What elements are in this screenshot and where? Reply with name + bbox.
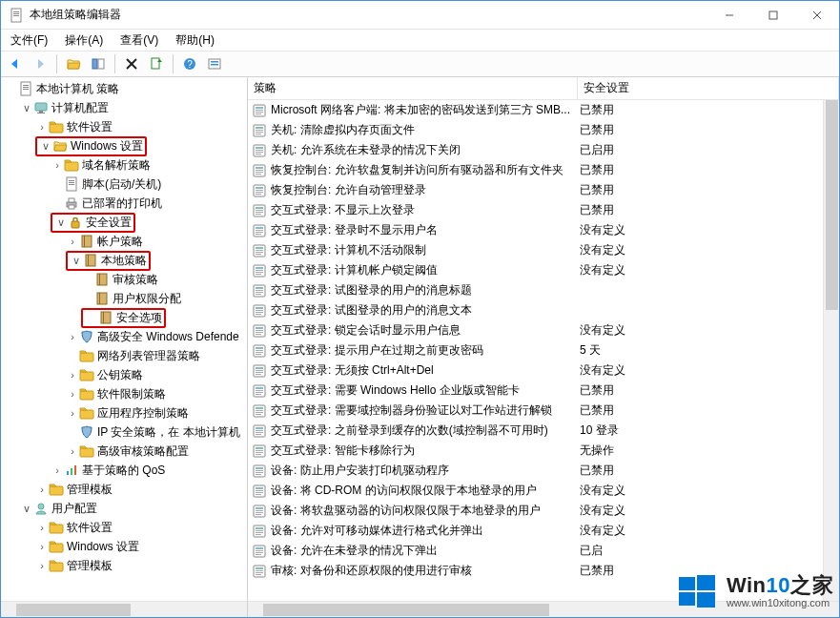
policy-row[interactable]: 恢复控制台: 允许软盘复制并访问所有驱动器和所有文件夹已禁用 xyxy=(248,160,839,180)
tree-deployed-printers[interactable]: 已部署的打印机 xyxy=(3,194,247,213)
tree-defender[interactable]: ›高级安全 Windows Defende xyxy=(3,327,247,346)
tree-label: 计算机配置 xyxy=(51,100,109,116)
tree-qos[interactable]: ›基于策略的 QoS xyxy=(3,461,247,480)
policy-name: 交互式登录: 之前登录到缓存的次数(域控制器不可用时) xyxy=(271,422,548,439)
tree-app-control[interactable]: ›应用程序控制策略 xyxy=(3,403,247,422)
maximize-button[interactable] xyxy=(751,1,795,30)
policy-name: 交互式登录: 无须按 Ctrl+Alt+Del xyxy=(271,362,434,379)
policy-name: 交互式登录: 计算机不活动限制 xyxy=(271,242,426,258)
policy-row[interactable]: 交互式登录: 锁定会话时显示用户信息没有定义 xyxy=(248,320,839,340)
tree-windows-settings[interactable]: ∨Windows 设置 xyxy=(3,136,247,155)
help-button[interactable]: ? xyxy=(179,53,200,74)
folder-icon xyxy=(49,539,64,554)
tree-label: 管理模板 xyxy=(67,482,113,498)
tree-user-rights[interactable]: 用户权限分配 xyxy=(3,289,247,308)
policy-icon xyxy=(252,303,267,319)
policy-row[interactable]: 交互式登录: 试图登录的用户的消息标题 xyxy=(248,280,839,300)
policy-row[interactable]: 交互式登录: 不显示上次登录已禁用 xyxy=(248,200,839,220)
policy-row[interactable]: 设备: 允许在未登录的情况下弹出已启 xyxy=(248,541,839,561)
policy-row[interactable]: 交互式登录: 之前登录到缓存的次数(域控制器不可用时)10 登录 xyxy=(248,421,839,441)
policy-row[interactable]: 交互式登录: 计算机帐户锁定阈值没有定义 xyxy=(248,260,839,280)
policy-list[interactable]: Microsoft 网络客户端: 将未加密的密码发送到第三方 SMB...已禁用… xyxy=(248,100,839,601)
tree-root[interactable]: 本地计算机 策略 xyxy=(3,79,247,98)
back-button[interactable] xyxy=(5,53,26,74)
tree-label: 本地策略 xyxy=(101,253,147,269)
show-hide-tree-button[interactable] xyxy=(88,53,109,74)
policy-icon xyxy=(252,263,267,278)
tree-software-restrict[interactable]: ›软件限制策略 xyxy=(3,384,247,403)
menu-help[interactable]: 帮助(H) xyxy=(172,31,218,51)
policy-value: 没有定义 xyxy=(578,483,839,499)
policy-row[interactable]: 关机: 允许系统在未登录的情况下关闭已启用 xyxy=(248,140,839,160)
policy-icon xyxy=(252,343,267,359)
tree-admin-templates[interactable]: ›管理模板 xyxy=(3,480,247,499)
svg-rect-31 xyxy=(152,58,159,69)
policy-name: 设备: 防止用户安装打印机驱动程序 xyxy=(271,463,449,479)
policy-row[interactable]: 交互式登录: 需要域控制器身份验证以对工作站进行解锁已禁用 xyxy=(248,401,839,421)
tree-dns-policy[interactable]: ›域名解析策略 xyxy=(3,155,247,175)
tree-computer-config[interactable]: ∨计算机配置 xyxy=(3,98,247,117)
policy-row[interactable]: 设备: 允许对可移动媒体进行格式化并弹出没有定义 xyxy=(248,521,839,541)
policy-value: 已禁用 xyxy=(578,122,839,138)
svg-rect-27 xyxy=(92,59,97,69)
policy-icon xyxy=(252,103,267,118)
close-button[interactable] xyxy=(795,1,839,30)
details-pane: 策略 安全设置 Microsoft 网络客户端: 将未加密的密码发送到第三方 S… xyxy=(248,77,839,617)
tree-hscroll[interactable] xyxy=(1,601,247,617)
chart-icon xyxy=(64,463,79,478)
minimize-button[interactable] xyxy=(707,1,751,30)
tree-pubkey[interactable]: ›公钥策略 xyxy=(3,365,247,384)
policy-value: 已禁用 xyxy=(578,202,839,218)
policy-row[interactable]: 交互式登录: 无须按 Ctrl+Alt+Del没有定义 xyxy=(248,360,839,381)
policy-row[interactable]: 交互式登录: 提示用户在过期之前更改密码5 天 xyxy=(248,340,839,360)
tree-scripts[interactable]: 脚本(启动/关机) xyxy=(3,175,247,194)
policy-icon xyxy=(252,484,267,499)
col-policy[interactable]: 策略 xyxy=(248,77,578,99)
policy-row[interactable]: 设备: 防止用户安装打印机驱动程序已禁用 xyxy=(248,461,839,481)
tree-local-policies[interactable]: ∨本地策略 xyxy=(3,251,247,270)
folder-icon xyxy=(49,558,64,573)
menu-view[interactable]: 查看(V) xyxy=(116,31,162,51)
policy-row[interactable]: 设备: 将 CD-ROM 的访问权限仅限于本地登录的用户没有定义 xyxy=(248,481,839,501)
menu-file[interactable]: 文件(F) xyxy=(7,31,51,51)
policy-row[interactable]: 恢复控制台: 允许自动管理登录已禁用 xyxy=(248,180,839,200)
tree-label: 应用程序控制策略 xyxy=(97,405,189,422)
policy-row[interactable]: 关机: 清除虚拟内存页面文件已禁用 xyxy=(248,120,839,140)
list-vscroll[interactable] xyxy=(823,100,839,601)
policy-row[interactable]: 交互式登录: 登录时不显示用户名没有定义 xyxy=(248,220,839,240)
col-setting[interactable]: 安全设置 xyxy=(578,77,839,99)
up-button[interactable] xyxy=(63,53,84,74)
tree-view[interactable]: 本地计算机 策略 ∨计算机配置 ›软件设置 ∨Windows 设置 ›域名解析策… xyxy=(1,77,248,617)
tree-account-policies[interactable]: ›帐户策略 xyxy=(3,232,247,251)
win-logo-icon xyxy=(675,569,719,613)
tree-security-options[interactable]: 安全选项 xyxy=(3,308,247,327)
forward-button[interactable] xyxy=(30,53,51,74)
tree-security-settings[interactable]: ∨安全设置 xyxy=(3,213,247,232)
tree-user-config[interactable]: ∨用户配置 xyxy=(3,499,247,518)
tree-software-settings[interactable]: ›软件设置 xyxy=(3,117,247,136)
folder-icon xyxy=(79,348,94,363)
tree-label: 审核策略 xyxy=(113,272,158,288)
policy-row[interactable]: 交互式登录: 试图登录的用户的消息文本 xyxy=(248,300,839,320)
filter-button[interactable] xyxy=(204,53,225,74)
book-icon xyxy=(94,291,110,306)
tree-u-admin[interactable]: ›管理模板 xyxy=(3,556,247,575)
policy-icon xyxy=(252,163,267,178)
tree-audit-policy[interactable]: 审核策略 xyxy=(3,270,247,289)
tree-network-list[interactable]: 网络列表管理器策略 xyxy=(3,346,247,365)
policy-icon xyxy=(252,524,267,539)
tree-u-software[interactable]: ›软件设置 xyxy=(3,518,247,537)
menu-action[interactable]: 操作(A) xyxy=(61,31,107,51)
policy-row[interactable]: 交互式登录: 需要 Windows Hello 企业版或智能卡已禁用 xyxy=(248,381,839,401)
tree-adv-audit[interactable]: ›高级审核策略配置 xyxy=(3,442,247,461)
export-button[interactable] xyxy=(146,53,167,74)
policy-row[interactable]: 交互式登录: 计算机不活动限制没有定义 xyxy=(248,240,839,260)
policy-row[interactable]: 交互式登录: 智能卡移除行为无操作 xyxy=(248,441,839,461)
tree-ipsec[interactable]: IP 安全策略，在 本地计算机 xyxy=(3,422,247,442)
policy-row[interactable]: 设备: 将软盘驱动器的访问权限仅限于本地登录的用户没有定义 xyxy=(248,501,839,521)
tree-u-windows[interactable]: ›Windows 设置 xyxy=(3,537,247,556)
tree-label: 管理模板 xyxy=(67,558,113,574)
delete-button[interactable] xyxy=(121,53,142,74)
policy-value: 已禁用 xyxy=(578,102,839,118)
policy-row[interactable]: Microsoft 网络客户端: 将未加密的密码发送到第三方 SMB...已禁用 xyxy=(248,100,839,120)
